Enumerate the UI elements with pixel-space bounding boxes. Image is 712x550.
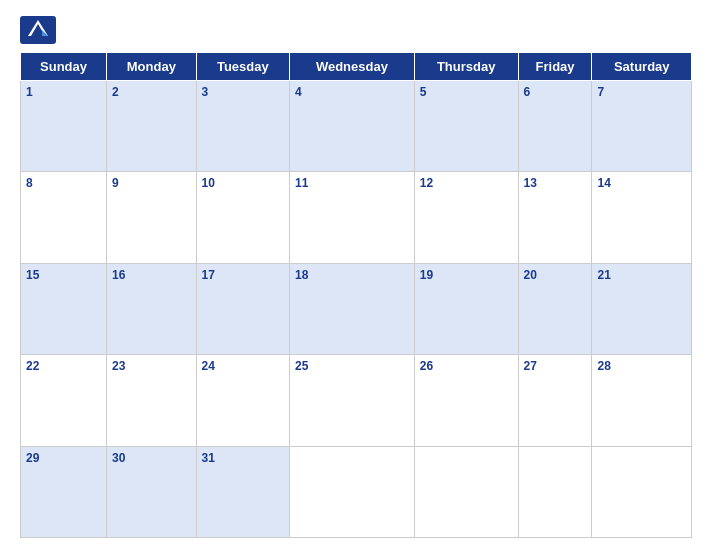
day-number: 6 bbox=[524, 85, 531, 99]
weekday-thursday: Thursday bbox=[414, 53, 518, 81]
weekday-sunday: Sunday bbox=[21, 53, 107, 81]
day-cell-19: 19 bbox=[414, 263, 518, 354]
day-number: 26 bbox=[420, 359, 433, 373]
empty-cell bbox=[290, 446, 415, 537]
weekday-monday: Monday bbox=[107, 53, 196, 81]
day-cell-29: 29 bbox=[21, 446, 107, 537]
calendar-week-2: 891011121314 bbox=[21, 172, 692, 263]
day-number: 9 bbox=[112, 176, 119, 190]
logo-icon bbox=[20, 16, 56, 44]
weekday-saturday: Saturday bbox=[592, 53, 692, 81]
day-number: 16 bbox=[112, 268, 125, 282]
day-number: 17 bbox=[202, 268, 215, 282]
day-number: 19 bbox=[420, 268, 433, 282]
day-cell-2: 2 bbox=[107, 81, 196, 172]
day-number: 29 bbox=[26, 451, 39, 465]
day-number: 27 bbox=[524, 359, 537, 373]
day-cell-24: 24 bbox=[196, 355, 290, 446]
day-cell-25: 25 bbox=[290, 355, 415, 446]
day-number: 2 bbox=[112, 85, 119, 99]
day-cell-16: 16 bbox=[107, 263, 196, 354]
day-cell-26: 26 bbox=[414, 355, 518, 446]
day-number: 14 bbox=[597, 176, 610, 190]
day-number: 21 bbox=[597, 268, 610, 282]
calendar-header bbox=[20, 16, 692, 44]
logo bbox=[20, 16, 56, 44]
day-cell-10: 10 bbox=[196, 172, 290, 263]
day-number: 23 bbox=[112, 359, 125, 373]
calendar-week-5: 293031 bbox=[21, 446, 692, 537]
weekday-friday: Friday bbox=[518, 53, 592, 81]
day-number: 3 bbox=[202, 85, 209, 99]
empty-cell bbox=[518, 446, 592, 537]
day-cell-12: 12 bbox=[414, 172, 518, 263]
day-cell-30: 30 bbox=[107, 446, 196, 537]
day-cell-27: 27 bbox=[518, 355, 592, 446]
day-cell-28: 28 bbox=[592, 355, 692, 446]
calendar-week-4: 22232425262728 bbox=[21, 355, 692, 446]
day-cell-20: 20 bbox=[518, 263, 592, 354]
day-number: 20 bbox=[524, 268, 537, 282]
day-number: 8 bbox=[26, 176, 33, 190]
day-cell-7: 7 bbox=[592, 81, 692, 172]
day-cell-22: 22 bbox=[21, 355, 107, 446]
day-number: 11 bbox=[295, 176, 308, 190]
day-number: 31 bbox=[202, 451, 215, 465]
day-number: 12 bbox=[420, 176, 433, 190]
day-number: 30 bbox=[112, 451, 125, 465]
day-cell-5: 5 bbox=[414, 81, 518, 172]
day-cell-1: 1 bbox=[21, 81, 107, 172]
day-cell-31: 31 bbox=[196, 446, 290, 537]
day-cell-17: 17 bbox=[196, 263, 290, 354]
day-cell-6: 6 bbox=[518, 81, 592, 172]
day-cell-9: 9 bbox=[107, 172, 196, 263]
day-number: 22 bbox=[26, 359, 39, 373]
day-cell-4: 4 bbox=[290, 81, 415, 172]
weekday-tuesday: Tuesday bbox=[196, 53, 290, 81]
day-number: 10 bbox=[202, 176, 215, 190]
day-cell-14: 14 bbox=[592, 172, 692, 263]
day-cell-13: 13 bbox=[518, 172, 592, 263]
day-cell-21: 21 bbox=[592, 263, 692, 354]
empty-cell bbox=[414, 446, 518, 537]
day-cell-3: 3 bbox=[196, 81, 290, 172]
calendar-week-1: 1234567 bbox=[21, 81, 692, 172]
day-cell-23: 23 bbox=[107, 355, 196, 446]
day-number: 18 bbox=[295, 268, 308, 282]
day-number: 24 bbox=[202, 359, 215, 373]
day-cell-15: 15 bbox=[21, 263, 107, 354]
empty-cell bbox=[592, 446, 692, 537]
day-number: 13 bbox=[524, 176, 537, 190]
day-number: 25 bbox=[295, 359, 308, 373]
day-cell-11: 11 bbox=[290, 172, 415, 263]
day-number: 7 bbox=[597, 85, 604, 99]
weekday-header-row: SundayMondayTuesdayWednesdayThursdayFrid… bbox=[21, 53, 692, 81]
weekday-wednesday: Wednesday bbox=[290, 53, 415, 81]
day-number: 15 bbox=[26, 268, 39, 282]
day-number: 5 bbox=[420, 85, 427, 99]
day-number: 4 bbox=[295, 85, 302, 99]
day-cell-18: 18 bbox=[290, 263, 415, 354]
day-number: 1 bbox=[26, 85, 33, 99]
day-number: 28 bbox=[597, 359, 610, 373]
calendar-table: SundayMondayTuesdayWednesdayThursdayFrid… bbox=[20, 52, 692, 538]
calendar-week-3: 15161718192021 bbox=[21, 263, 692, 354]
day-cell-8: 8 bbox=[21, 172, 107, 263]
region-label bbox=[592, 16, 692, 20]
